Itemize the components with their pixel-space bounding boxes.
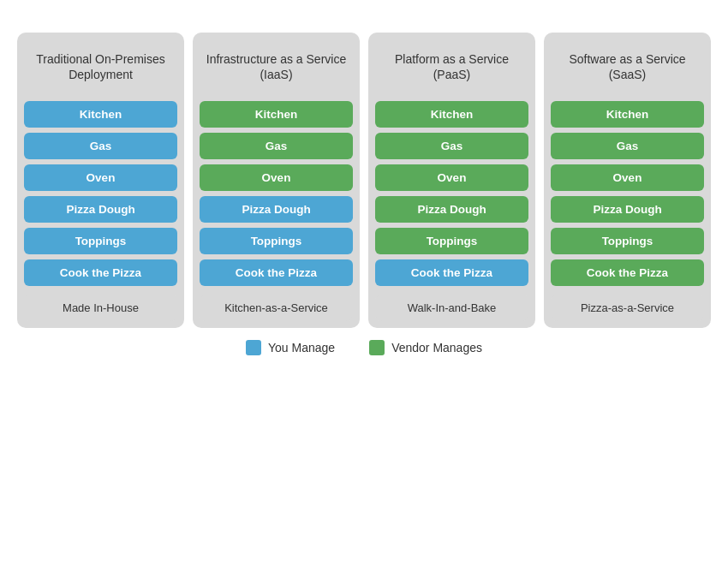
footer-saas: Pizza-as-a-Service xyxy=(551,295,704,321)
legend-green-box xyxy=(369,340,385,355)
column-title-paas: Platform as a Service (PaaS) xyxy=(375,41,528,92)
column-traditional: Traditional On-Premises DeploymentKitche… xyxy=(17,33,184,328)
legend-you-manage-label: You Manage xyxy=(268,341,335,355)
column-title-iaas: Infrastructure as a Service (IaaS) xyxy=(200,41,353,92)
column-title-traditional: Traditional On-Premises Deployment xyxy=(24,41,177,92)
item-saas-3: Pizza Dough xyxy=(551,196,704,223)
item-paas-1: Gas xyxy=(375,133,528,159)
item-saas-0: Kitchen xyxy=(551,101,704,128)
item-saas-5: Cook the Pizza xyxy=(551,259,704,286)
item-traditional-3: Pizza Dough xyxy=(24,196,177,223)
column-paas: Platform as a Service (PaaS)KitchenGasOv… xyxy=(368,33,535,328)
item-iaas-1: Gas xyxy=(200,133,353,159)
column-title-saas: Software as a Service (SaaS) xyxy=(551,41,704,92)
footer-iaas: Kitchen-as-a-Service xyxy=(200,295,353,321)
item-iaas-4: Toppings xyxy=(200,228,353,254)
column-saas: Software as a Service (SaaS)KitchenGasOv… xyxy=(544,33,711,328)
item-saas-1: Gas xyxy=(551,133,704,159)
footer-paas: Walk-In-and-Bake xyxy=(375,295,528,321)
item-traditional-0: Kitchen xyxy=(24,101,177,128)
item-iaas-0: Kitchen xyxy=(200,101,353,128)
item-paas-0: Kitchen xyxy=(375,101,528,128)
item-saas-4: Toppings xyxy=(551,228,704,254)
item-saas-2: Oven xyxy=(551,164,704,191)
item-paas-3: Pizza Dough xyxy=(375,196,528,223)
legend: You Manage Vendor Manages xyxy=(246,340,482,355)
item-traditional-5: Cook the Pizza xyxy=(24,259,177,286)
item-paas-5: Cook the Pizza xyxy=(375,259,528,286)
legend-blue-box xyxy=(246,340,261,355)
item-iaas-5: Cook the Pizza xyxy=(200,259,353,286)
footer-traditional: Made In-House xyxy=(24,295,177,321)
legend-vendor-manages: Vendor Manages xyxy=(369,340,482,355)
item-traditional-4: Toppings xyxy=(24,228,177,254)
column-iaas: Infrastructure as a Service (IaaS)Kitche… xyxy=(193,33,360,328)
columns-wrapper: Traditional On-Premises DeploymentKitche… xyxy=(17,33,711,328)
item-iaas-3: Pizza Dough xyxy=(200,196,353,223)
item-iaas-2: Oven xyxy=(200,164,353,191)
legend-you-manage: You Manage xyxy=(246,340,335,355)
legend-vendor-manages-label: Vendor Manages xyxy=(391,341,482,355)
item-paas-2: Oven xyxy=(375,164,528,191)
item-traditional-2: Oven xyxy=(24,164,177,191)
item-traditional-1: Gas xyxy=(24,133,177,159)
item-paas-4: Toppings xyxy=(375,228,528,254)
